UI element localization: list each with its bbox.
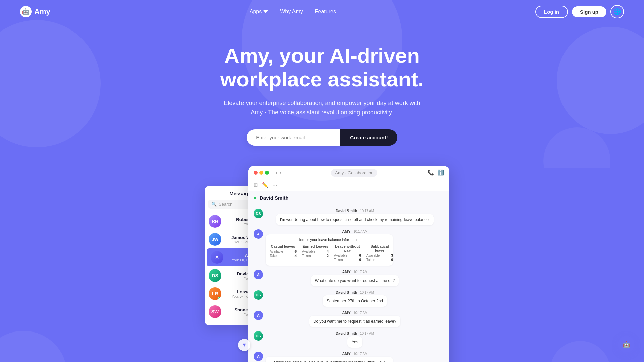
message-row-2: A AMY 10:17 AM Here is your leave balanc… (254, 229, 444, 266)
message-avatar-ds-2: DS (254, 290, 263, 300)
language-button[interactable]: 🌐 (610, 5, 624, 18)
online-indicator-lr (218, 297, 221, 300)
message-content-1: David Smith 10:17 AM I'm wondering about… (266, 209, 444, 225)
search-placeholder: Search (219, 202, 232, 207)
message-bubble-1: I'm wondering about how to request time … (276, 214, 434, 225)
info-icon[interactable]: ℹ️ (437, 169, 444, 176)
maximize-window-button[interactable] (265, 171, 269, 175)
phone-icon[interactable]: 📞 (427, 169, 434, 176)
globe-icon: 🌐 (613, 8, 621, 15)
avatar-jw: JW (209, 233, 221, 246)
hero-subtitle: Elevate your enterprise collaboration, a… (0, 98, 644, 118)
amy-fab-button[interactable]: 🤖 (618, 336, 635, 353)
avatar-rh: RH (209, 215, 221, 228)
leave-table: Here is your leave balance information. … (266, 234, 393, 266)
nav-buttons: Log in Sign up 🌐 (535, 5, 624, 18)
chat-title-center: Amy - Collaboration (284, 170, 425, 176)
hero-title: Amy, your AI-driven workplace assistant. (171, 44, 473, 92)
message-avatar-ds-1: DS (254, 209, 263, 218)
message-row-6: DS David Smith 10:17 AM Yes (254, 331, 444, 348)
message-content-5: AMY 10:17 AM Do you want me to request i… (266, 311, 444, 327)
contact-header: David Smith (248, 191, 449, 205)
nav-why-amy[interactable]: Why Amy (280, 9, 303, 15)
message-avatar-ds-3: DS (254, 331, 263, 341)
brand-name: Amy (34, 7, 50, 16)
avatar-sw: SW (209, 305, 221, 318)
chevron-down-icon: ▼ (241, 342, 247, 348)
logo-icon: 🤖 (20, 6, 32, 17)
chat-messages: DS David Smith 10:17 AM I'm wondering ab… (248, 205, 449, 362)
cta-row: Create account! (0, 129, 644, 146)
filter-icon[interactable]: ⊞ (254, 182, 258, 188)
message-avatar-amy-2: A (254, 270, 263, 279)
message-content-7: AMY 10:17 AM I have requested your leave… (266, 352, 444, 362)
close-window-button[interactable] (254, 171, 258, 175)
contact-name: David Smith (260, 195, 289, 201)
mockup-outer: ▼ Messages 🔍 Search RH Robert Harry You (221, 166, 423, 362)
message-bubble-4: September 27th to October 2nd (323, 295, 387, 307)
create-account-button[interactable]: Create account! (340, 129, 397, 146)
chat-titlebar: ‹ › Amy - Collaboration 📞 ℹ️ (248, 166, 449, 179)
chat-window: ‹ › Amy - Collaboration 📞 ℹ️ ⊞ (248, 166, 449, 362)
scroll-down-button[interactable]: ▼ (238, 339, 250, 351)
message-avatar-amy-4: A (254, 352, 263, 361)
message-content-3: AMY 10:17 AM What date do you want to re… (266, 270, 444, 286)
nav-links: Apps Why Amy Features (250, 9, 336, 15)
message-bubble-6: Yes (347, 336, 362, 348)
chat-header-icons: 📞 ℹ️ (427, 169, 444, 176)
message-avatar-amy-3: A (254, 311, 263, 320)
more-icon[interactable]: ⋯ (272, 182, 277, 188)
nav-apps[interactable]: Apps (250, 9, 268, 15)
search-icon: 🔍 (211, 202, 217, 207)
message-row-5: A AMY 10:17 AM Do you want me to request… (254, 311, 444, 327)
approval-card: I have requested your leave to your repo… (266, 357, 393, 362)
message-row-3: A AMY 10:17 AM What date do you want to … (254, 270, 444, 286)
message-bubble-3: What date do you want to request a time … (311, 275, 399, 286)
amy-fab-icon: 🤖 (622, 340, 631, 348)
back-button[interactable]: ‹ (276, 170, 277, 176)
signup-button[interactable]: Sign up (572, 6, 606, 17)
message-row-7: A AMY 10:17 AM I have requested your lea… (254, 352, 444, 362)
nav-arrows: ‹ › (276, 170, 281, 176)
minimize-window-button[interactable] (259, 171, 263, 175)
email-input[interactable] (247, 129, 340, 146)
message-row-1: DS David Smith 10:17 AM I'm wondering ab… (254, 209, 444, 225)
message-bubble-5: Do you want me to request it as earned l… (309, 316, 400, 327)
nav-features[interactable]: Features (315, 9, 336, 15)
message-avatar-amy-1: A (254, 229, 263, 239)
hero-section: Amy, your AI-driven workplace assistant.… (0, 23, 644, 362)
avatar-ds: DS (209, 269, 221, 282)
logo[interactable]: 🤖 Amy (20, 6, 50, 17)
online-status-indicator (254, 197, 256, 199)
message-content-2: AMY 10:17 AM Here is your leave balance … (266, 229, 444, 266)
message-content-6: David Smith 10:17 AM Yes (266, 331, 444, 348)
message-row-4: DS David Smith 10:17 AM September 27th t… (254, 290, 444, 307)
app-mockup: ▼ Messages 🔍 Search RH Robert Harry You (0, 166, 644, 362)
avatar-lr: LR (209, 287, 221, 300)
chat-window-title: Amy - Collaboration (331, 169, 377, 177)
traffic-lights (254, 171, 269, 175)
edit-icon[interactable]: ✏️ (262, 182, 268, 188)
message-content-4: David Smith 10:17 AM September 27th to O… (266, 290, 444, 307)
navbar: 🤖 Amy Apps Why Amy Features Log in Sign … (0, 0, 644, 23)
avatar-amy: A (211, 251, 223, 264)
login-button[interactable]: Log in (535, 6, 568, 18)
forward-button[interactable]: › (279, 170, 281, 176)
chat-toolbar: ⊞ ✏️ ⋯ (248, 179, 449, 191)
